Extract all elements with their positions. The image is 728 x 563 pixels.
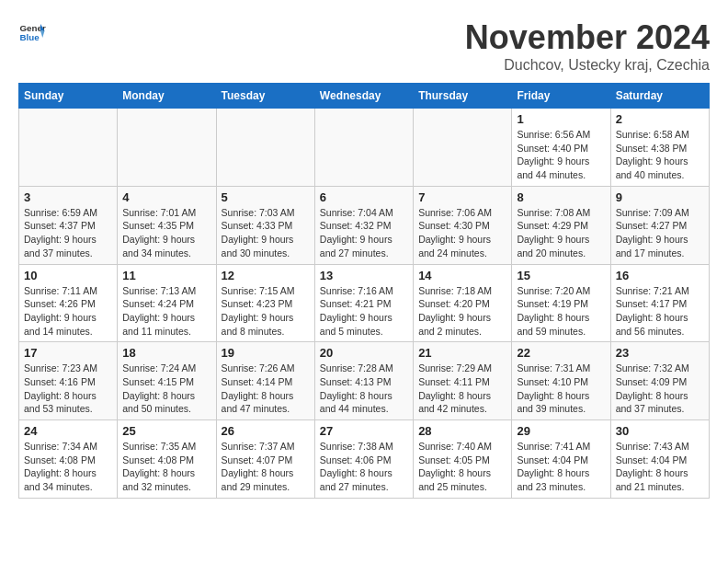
calendar-cell: 9Sunrise: 7:09 AM Sunset: 4:27 PM Daylig… (610, 186, 709, 264)
day-number: 1 (517, 112, 605, 126)
calendar-week-4: 17Sunrise: 7:23 AM Sunset: 4:16 PM Dayli… (19, 342, 710, 420)
day-info: Sunrise: 7:29 AM Sunset: 4:11 PM Dayligh… (418, 362, 506, 416)
day-info: Sunrise: 7:08 AM Sunset: 4:29 PM Dayligh… (517, 206, 605, 260)
day-number: 25 (122, 424, 210, 438)
day-info: Sunrise: 6:58 AM Sunset: 4:38 PM Dayligh… (616, 128, 704, 182)
calendar-cell (19, 109, 118, 187)
day-info: Sunrise: 7:13 AM Sunset: 4:24 PM Dayligh… (122, 284, 210, 339)
day-number: 13 (320, 269, 408, 282)
day-number: 19 (222, 346, 310, 360)
day-number: 18 (122, 346, 210, 360)
calendar-cell: 16Sunrise: 7:21 AM Sunset: 4:17 PM Dayli… (610, 264, 709, 342)
calendar-cell: 19Sunrise: 7:26 AM Sunset: 4:14 PM Dayli… (216, 342, 314, 420)
calendar-cell: 8Sunrise: 7:08 AM Sunset: 4:29 PM Daylig… (512, 186, 610, 264)
day-header-thursday: Thursday (414, 84, 512, 109)
day-info: Sunrise: 7:35 AM Sunset: 4:08 PM Dayligh… (122, 440, 210, 494)
day-number: 21 (418, 346, 506, 360)
day-header-wednesday: Wednesday (314, 84, 413, 109)
calendar-cell (314, 109, 413, 187)
calendar-table: SundayMondayTuesdayWednesdayThursdayFrid… (18, 83, 710, 499)
calendar-cell: 13Sunrise: 7:16 AM Sunset: 4:21 PM Dayli… (314, 264, 413, 342)
day-info: Sunrise: 7:09 AM Sunset: 4:27 PM Dayligh… (616, 206, 704, 260)
day-info: Sunrise: 6:56 AM Sunset: 4:40 PM Dayligh… (517, 128, 605, 182)
title-block: November 2024 Duchcov, Ustecky kraj, Cze… (465, 18, 710, 74)
month-title: November 2024 (465, 18, 710, 57)
day-number: 23 (616, 346, 704, 360)
day-info: Sunrise: 7:40 AM Sunset: 4:05 PM Dayligh… (418, 440, 506, 494)
day-info: Sunrise: 7:32 AM Sunset: 4:09 PM Dayligh… (616, 362, 704, 416)
location-subtitle: Duchcov, Ustecky kraj, Czechia (465, 57, 710, 74)
day-info: Sunrise: 7:18 AM Sunset: 4:20 PM Dayligh… (418, 284, 506, 339)
day-info: Sunrise: 7:24 AM Sunset: 4:15 PM Dayligh… (122, 362, 210, 416)
day-info: Sunrise: 7:26 AM Sunset: 4:14 PM Dayligh… (222, 362, 310, 416)
day-info: Sunrise: 7:20 AM Sunset: 4:19 PM Dayligh… (517, 284, 605, 339)
day-info: Sunrise: 7:21 AM Sunset: 4:17 PM Dayligh… (616, 284, 704, 339)
day-info: Sunrise: 7:23 AM Sunset: 4:16 PM Dayligh… (24, 362, 112, 416)
day-number: 6 (320, 190, 408, 204)
calendar-week-2: 3Sunrise: 6:59 AM Sunset: 4:37 PM Daylig… (19, 186, 710, 264)
day-header-saturday: Saturday (610, 84, 709, 109)
day-number: 24 (24, 424, 112, 438)
day-header-monday: Monday (118, 84, 216, 109)
calendar-week-3: 10Sunrise: 7:11 AM Sunset: 4:26 PM Dayli… (19, 264, 710, 342)
day-info: Sunrise: 7:11 AM Sunset: 4:26 PM Dayligh… (24, 284, 112, 339)
calendar-cell: 10Sunrise: 7:11 AM Sunset: 4:26 PM Dayli… (19, 264, 118, 342)
day-info: Sunrise: 7:38 AM Sunset: 4:06 PM Dayligh… (320, 440, 408, 494)
calendar-cell: 28Sunrise: 7:40 AM Sunset: 4:05 PM Dayli… (414, 420, 512, 499)
day-info: Sunrise: 7:04 AM Sunset: 4:32 PM Dayligh… (320, 206, 408, 260)
logo-icon: General Blue (18, 18, 46, 46)
calendar-cell: 6Sunrise: 7:04 AM Sunset: 4:32 PM Daylig… (314, 186, 413, 264)
day-number: 30 (616, 424, 704, 438)
day-number: 20 (320, 346, 408, 360)
calendar-cell: 14Sunrise: 7:18 AM Sunset: 4:20 PM Dayli… (414, 264, 512, 342)
calendar-cell: 24Sunrise: 7:34 AM Sunset: 4:08 PM Dayli… (19, 420, 118, 499)
day-number: 12 (222, 269, 310, 282)
day-number: 11 (122, 269, 210, 282)
day-number: 29 (517, 424, 605, 438)
day-number: 2 (616, 112, 704, 126)
day-number: 4 (122, 190, 210, 204)
day-info: Sunrise: 7:03 AM Sunset: 4:33 PM Dayligh… (222, 206, 310, 260)
calendar-cell: 5Sunrise: 7:03 AM Sunset: 4:33 PM Daylig… (216, 186, 314, 264)
calendar-cell: 21Sunrise: 7:29 AM Sunset: 4:11 PM Dayli… (414, 342, 512, 420)
calendar-cell: 4Sunrise: 7:01 AM Sunset: 4:35 PM Daylig… (118, 186, 216, 264)
calendar-cell (118, 109, 216, 187)
calendar-week-1: 1Sunrise: 6:56 AM Sunset: 4:40 PM Daylig… (19, 109, 710, 187)
day-number: 22 (517, 346, 605, 360)
calendar-cell: 20Sunrise: 7:28 AM Sunset: 4:13 PM Dayli… (314, 342, 413, 420)
day-number: 15 (517, 269, 605, 282)
calendar-cell: 27Sunrise: 7:38 AM Sunset: 4:06 PM Dayli… (314, 420, 413, 499)
day-info: Sunrise: 7:01 AM Sunset: 4:35 PM Dayligh… (122, 206, 210, 260)
calendar-cell: 26Sunrise: 7:37 AM Sunset: 4:07 PM Dayli… (216, 420, 314, 499)
calendar-cell (216, 109, 314, 187)
day-header-sunday: Sunday (19, 84, 118, 109)
day-info: Sunrise: 6:59 AM Sunset: 4:37 PM Dayligh… (24, 206, 112, 260)
day-info: Sunrise: 7:37 AM Sunset: 4:07 PM Dayligh… (222, 440, 310, 494)
day-info: Sunrise: 7:43 AM Sunset: 4:04 PM Dayligh… (616, 440, 704, 494)
day-info: Sunrise: 7:28 AM Sunset: 4:13 PM Dayligh… (320, 362, 408, 416)
calendar-header-row: SundayMondayTuesdayWednesdayThursdayFrid… (19, 84, 710, 109)
calendar-cell: 22Sunrise: 7:31 AM Sunset: 4:10 PM Dayli… (512, 342, 610, 420)
calendar-cell: 23Sunrise: 7:32 AM Sunset: 4:09 PM Dayli… (610, 342, 709, 420)
day-header-tuesday: Tuesday (216, 84, 314, 109)
calendar-cell: 18Sunrise: 7:24 AM Sunset: 4:15 PM Dayli… (118, 342, 216, 420)
calendar-cell (414, 109, 512, 187)
calendar-week-5: 24Sunrise: 7:34 AM Sunset: 4:08 PM Dayli… (19, 420, 710, 499)
day-info: Sunrise: 7:31 AM Sunset: 4:10 PM Dayligh… (517, 362, 605, 416)
calendar-cell: 17Sunrise: 7:23 AM Sunset: 4:16 PM Dayli… (19, 342, 118, 420)
day-number: 17 (24, 346, 112, 360)
day-info: Sunrise: 7:16 AM Sunset: 4:21 PM Dayligh… (320, 284, 408, 339)
day-number: 7 (418, 190, 506, 204)
day-number: 14 (418, 269, 506, 282)
calendar-cell: 11Sunrise: 7:13 AM Sunset: 4:24 PM Dayli… (118, 264, 216, 342)
day-number: 10 (24, 269, 112, 282)
day-number: 9 (616, 190, 704, 204)
calendar-cell: 30Sunrise: 7:43 AM Sunset: 4:04 PM Dayli… (610, 420, 709, 499)
day-number: 3 (24, 190, 112, 204)
calendar-cell: 2Sunrise: 6:58 AM Sunset: 4:38 PM Daylig… (610, 109, 709, 187)
calendar-cell: 3Sunrise: 6:59 AM Sunset: 4:37 PM Daylig… (19, 186, 118, 264)
day-number: 26 (222, 424, 310, 438)
day-number: 27 (320, 424, 408, 438)
day-number: 5 (222, 190, 310, 204)
svg-text:Blue: Blue (20, 32, 40, 42)
